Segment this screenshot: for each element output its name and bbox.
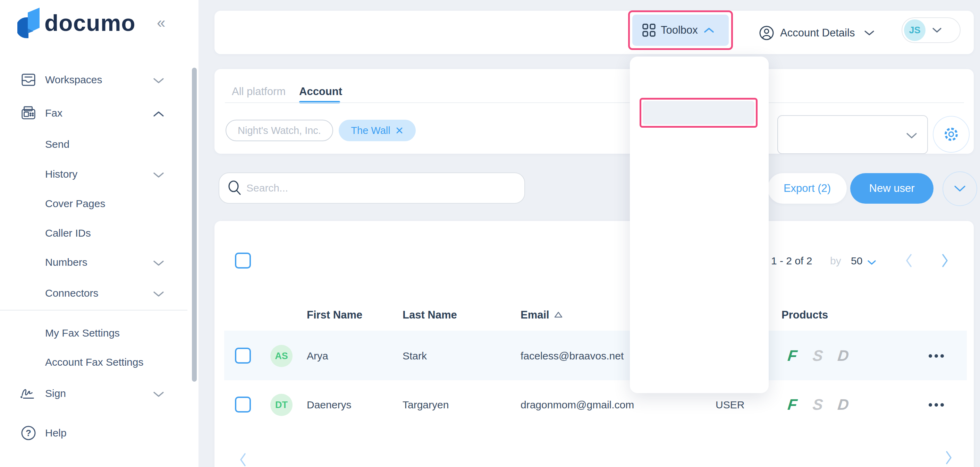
sidebar-item-my-fax-settings[interactable]: My Fax Settings [0,322,199,343]
new-user-label: New user [869,182,915,195]
pagination-prev-icon[interactable] [905,253,913,268]
menu-item-webhooks[interactable]: Webhooks [630,271,768,293]
sidebar-item-cover-pages[interactable]: Cover Pages [0,193,199,214]
sidebar-item-label: My Fax Settings [45,327,120,339]
wall-chip-label: The Wall [351,125,390,137]
sidebar-item-label: Account Fax Settings [45,356,143,368]
tab-account[interactable]: Account [299,85,342,98]
menu-item-events[interactable]: Events [630,242,768,264]
more-actions-button[interactable] [942,172,977,206]
page-size-chevron-icon[interactable] [867,259,877,266]
gear-icon [942,125,960,143]
chevron-down-icon [153,391,164,399]
select-all-checkbox[interactable] [235,253,251,268]
sidebar-item-history[interactable]: History [0,164,199,184]
sidebar-item-label: Caller IDs [45,227,91,239]
user-circle-icon [759,25,775,41]
chevron-down-icon [953,184,966,193]
table-next-page-icon[interactable] [945,450,953,465]
row-actions-button[interactable] [929,403,944,407]
sort-ascending-icon[interactable] [554,311,563,318]
product-docs-icon: D [837,397,850,412]
documo-logo-icon [18,7,42,41]
cell-first-name: Daenerys [307,399,351,411]
page-size-select[interactable]: 50 [851,255,862,267]
column-header-first-name[interactable]: First Name [307,309,362,321]
row-checkbox[interactable] [235,397,251,413]
product-sign-icon: S [812,397,824,412]
sidebar-item-label: Help [45,427,67,439]
sidebar-item-caller-ids[interactable]: Caller IDs [0,223,199,243]
toolbox-highlight-annotation [628,10,733,50]
company-chip-label: Night's Watch, Inc. [238,125,321,137]
row-actions-button[interactable] [929,354,944,358]
avatar: JS [904,19,926,41]
menu-item-limits[interactable]: Limits [630,186,768,208]
column-header-email[interactable]: Email [520,309,549,321]
company-filter-chip[interactable]: Night's Watch, Inc. [226,120,333,141]
cell-last-name: Targaryen [402,399,449,411]
menu-item-tags[interactable]: Tags [630,327,768,349]
sidebar-item-fax[interactable]: Fax [0,103,199,124]
sidebar-item-workspaces[interactable]: Workspaces [0,69,199,90]
close-icon[interactable] [395,126,404,135]
user-menu-button[interactable]: JS [902,17,961,43]
chevron-down-icon [153,291,164,299]
row-checkbox[interactable] [235,348,251,364]
avatar: AS [270,345,293,367]
cell-email: dragonmom@gmail.com [520,399,634,411]
product-fax-icon: F [787,348,798,363]
search-input[interactable] [246,173,509,203]
chevron-down-icon [153,172,164,180]
product-fax-icon: F [787,397,798,412]
signature-icon [20,385,37,402]
sidebar-collapse-button[interactable]: « [157,14,165,31]
menu-item-reports[interactable]: Reports [630,158,768,180]
pagination-by-label: by [830,255,841,267]
cell-last-name: Stark [402,350,427,362]
sidebar-item-help[interactable]: ? Help [0,423,199,443]
tabs-divider [225,102,964,103]
sidebar-item-account-fax-settings[interactable]: Account Fax Settings [0,352,199,373]
menu-item-integrations[interactable]: Integrations [630,214,768,237]
sidebar-item-label: History [45,168,77,180]
sidebar: documo « Workspaces [0,0,199,467]
product-docs-icon: D [837,348,850,363]
column-header-products[interactable]: Products [781,309,828,321]
new-user-button[interactable]: New user [850,173,934,204]
sidebar-item-connectors[interactable]: Connectors [0,283,199,303]
chevron-down-icon [153,77,164,85]
sidebar-item-label: Numbers [45,256,88,268]
sidebar-item-sign[interactable]: Sign [0,383,199,404]
column-header-last-name[interactable]: Last Name [402,309,457,321]
export-button[interactable]: Export (2) [768,173,847,204]
chevron-down-icon [932,27,942,33]
tab-all-platform[interactable]: All platform [232,85,286,98]
sidebar-item-label: Connectors [45,287,98,299]
sidebar-item-label: Workspaces [45,74,102,86]
cell-email: faceless@braavos.net [520,350,624,362]
svg-text:?: ? [26,428,31,438]
sidebar-item-label: Fax [45,107,62,119]
pagination-next-icon[interactable] [941,253,949,268]
search-icon [227,180,243,196]
product-sign-icon: S [812,348,824,363]
fax-icon [20,105,37,121]
sidebar-item-numbers[interactable]: Numbers [0,252,199,273]
sidebar-item-send[interactable]: Send [0,134,199,155]
filter-select[interactable] [777,115,928,154]
account-details-button[interactable]: Account Details [759,25,877,41]
sidebar-item-label: Cover Pages [45,198,105,210]
table-settings-button[interactable] [933,116,970,152]
menu-item-custom-fields[interactable]: Custom Fields [630,355,768,378]
pagination-range: 1 - 2 of 2 [771,255,812,267]
table-prev-page-icon[interactable] [239,453,247,467]
menu-item-api-keys[interactable]: API Keys [630,299,768,321]
menu-item-departments[interactable]: Departments [630,72,768,94]
export-label: Export (2) [784,182,831,195]
sidebar-item-label: Sign [45,388,66,399]
workspace-filter-chip[interactable]: The Wall [339,120,416,141]
sidebar-scrollbar[interactable] [192,68,197,382]
menu-item-contacts[interactable]: Contacts [630,129,768,151]
sidebar-divider [0,310,188,311]
